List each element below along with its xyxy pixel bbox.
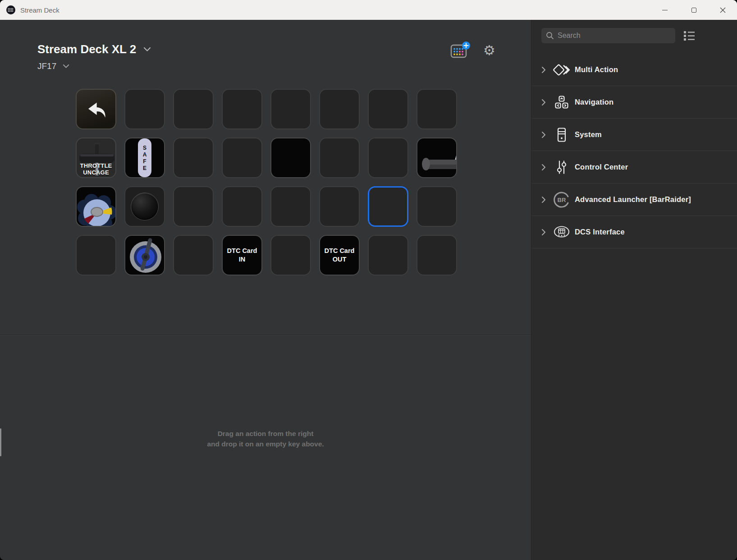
key-empty[interactable] xyxy=(417,89,457,129)
app-window: Stream Deck Stream Deck XL 2 JF17 xyxy=(0,0,737,560)
key-empty[interactable] xyxy=(270,186,311,227)
titlebar: Stream Deck xyxy=(0,0,737,20)
key-empty[interactable] xyxy=(417,235,457,275)
key-empty[interactable] xyxy=(319,89,360,129)
category-label: Advanced Launcher [BarRaider] xyxy=(575,195,691,204)
dark-knob-icon xyxy=(131,193,159,220)
category-control-center[interactable]: Control Center xyxy=(531,151,737,184)
key-label: THROTTLE xyxy=(77,162,115,169)
category-multi-action[interactable]: Multi Action xyxy=(531,54,737,86)
chevron-right-icon xyxy=(541,66,546,73)
minimize-button[interactable] xyxy=(650,0,679,20)
key-label: UNCAGE xyxy=(77,169,115,176)
key-empty[interactable] xyxy=(173,89,214,129)
key-dtc-card-out[interactable]: DTC Card OUT xyxy=(319,235,360,275)
key-empty[interactable] xyxy=(173,235,214,275)
control-center-icon xyxy=(555,160,568,174)
settings-gear-button[interactable]: ⚙ xyxy=(483,44,495,57)
close-button[interactable] xyxy=(708,0,737,20)
drag-hint: Drag an action from the right and drop i… xyxy=(0,428,531,449)
category-system[interactable]: System xyxy=(531,119,737,151)
key-selected[interactable] xyxy=(368,186,408,227)
actions-sidebar: Multi Action Navigation xyxy=(531,20,737,560)
category-navigation[interactable]: Navigation xyxy=(531,86,737,119)
key-label: OUT xyxy=(333,256,347,263)
minimize-icon xyxy=(662,10,668,10)
search-input[interactable] xyxy=(558,32,671,40)
maximize-button[interactable] xyxy=(679,0,708,20)
key-label: IN xyxy=(239,256,246,263)
chevron-right-icon xyxy=(541,164,546,171)
back-arrow-icon xyxy=(84,97,108,121)
key-empty[interactable] xyxy=(76,235,116,275)
close-icon xyxy=(720,7,726,13)
key-flower-knob[interactable] xyxy=(76,186,116,227)
key-empty[interactable] xyxy=(222,89,262,129)
navigation-icon xyxy=(554,96,569,109)
key-label: DTC Card xyxy=(325,247,355,255)
category-label: Navigation xyxy=(575,98,613,106)
chevron-right-icon xyxy=(541,99,546,106)
key-empty[interactable] xyxy=(417,186,457,227)
chevron-right-icon xyxy=(541,131,546,138)
search-box[interactable] xyxy=(541,28,675,43)
key-empty[interactable] xyxy=(368,235,408,275)
category-label: DCS Interface xyxy=(575,228,625,236)
key-empty[interactable] xyxy=(319,186,360,227)
category-label: Control Center xyxy=(575,163,628,171)
key-dark-knob[interactable] xyxy=(124,186,165,227)
device-name: Stream Deck XL 2 xyxy=(37,42,136,56)
key-empty[interactable] xyxy=(270,89,311,129)
device-selector[interactable]: Stream Deck XL 2 xyxy=(37,42,151,56)
svg-text:BR: BR xyxy=(558,197,566,203)
key-empty[interactable] xyxy=(368,89,408,129)
rotary-switch-icon xyxy=(125,236,165,275)
window-title: Stream Deck xyxy=(20,6,60,14)
system-icon xyxy=(557,128,566,142)
category-dcs-interface[interactable]: DCS Interface xyxy=(531,216,737,248)
left-scrollbar[interactable] xyxy=(0,428,1,456)
profile-name: JF17 xyxy=(37,61,56,71)
key-rotary-switch[interactable] xyxy=(124,235,165,275)
barraider-icon: BR xyxy=(553,191,570,208)
maximize-icon xyxy=(691,8,696,13)
key-empty[interactable] xyxy=(173,138,214,178)
key-empty[interactable] xyxy=(222,186,262,227)
key-empty[interactable] xyxy=(124,89,165,129)
key-label: DTC Card xyxy=(227,247,257,255)
key-grid: THROTTLE UNCAGE S A F E xyxy=(76,89,457,275)
multi-action-icon xyxy=(553,64,570,76)
chevron-right-icon xyxy=(541,196,546,203)
stream-deck-app-icon xyxy=(6,5,16,15)
key-throttle-uncage[interactable]: THROTTLE UNCAGE xyxy=(76,138,116,178)
flower-knob-icon xyxy=(77,187,116,227)
key-back-action[interactable] xyxy=(76,89,116,129)
category-advanced-launcher[interactable]: BR Advanced Launcher [BarRaider] xyxy=(531,184,737,216)
key-safe-switch[interactable]: S A F E xyxy=(124,138,165,178)
key-empty[interactable] xyxy=(270,235,311,275)
main-panel: Stream Deck XL 2 JF17 ⚙ xyxy=(0,20,531,560)
key-empty[interactable] xyxy=(319,138,360,178)
safe-strip: S A F E xyxy=(138,138,151,177)
category-label: Multi Action xyxy=(575,65,618,74)
chevron-down-icon xyxy=(63,64,69,69)
add-device-button[interactable] xyxy=(450,41,471,60)
key-empty[interactable] xyxy=(173,186,214,227)
category-label: System xyxy=(575,130,602,139)
key-dtc-card-in[interactable]: DTC Card IN xyxy=(222,235,262,275)
action-category-list: Multi Action Navigation xyxy=(531,54,737,248)
gear-handle-icon xyxy=(417,138,457,178)
chevron-down-icon xyxy=(143,47,151,52)
chevron-right-icon xyxy=(541,229,546,236)
key-gear-handle[interactable] xyxy=(417,138,457,178)
panel-divider xyxy=(0,335,531,335)
key-empty[interactable] xyxy=(368,138,408,178)
list-view-button[interactable] xyxy=(682,29,696,42)
profile-selector[interactable]: JF17 xyxy=(37,61,69,71)
key-blank-black[interactable] xyxy=(270,138,311,178)
list-view-icon xyxy=(683,30,695,41)
key-empty[interactable] xyxy=(222,138,262,178)
dcs-interface-icon xyxy=(553,225,570,239)
search-icon xyxy=(546,32,554,40)
